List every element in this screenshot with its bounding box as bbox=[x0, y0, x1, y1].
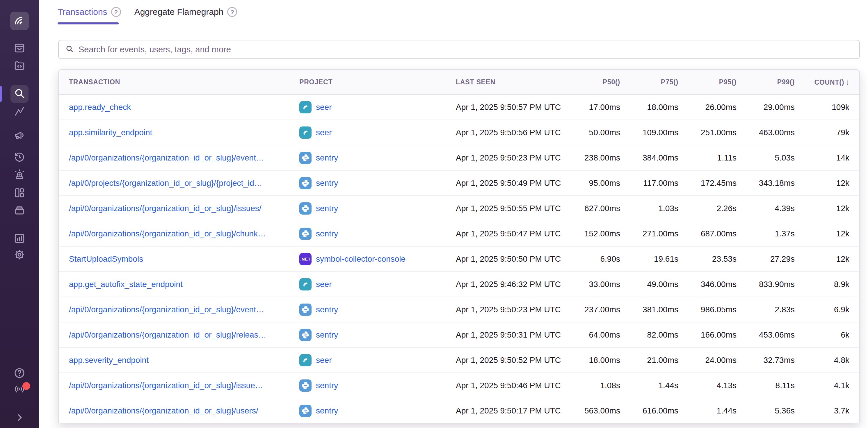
project-link[interactable]: sentry bbox=[299, 152, 456, 164]
p75-cell: 21.00ms bbox=[620, 356, 678, 365]
help-icon[interactable]: ? bbox=[227, 7, 237, 17]
sidebar bbox=[0, 0, 39, 428]
help-icon[interactable]: ? bbox=[111, 7, 121, 17]
seer-platform-icon bbox=[299, 101, 312, 113]
p75-cell: 271.00ms bbox=[620, 229, 678, 238]
sidebar-item-issues[interactable] bbox=[13, 42, 26, 55]
project-link[interactable]: .NET symbol-collector-console bbox=[299, 253, 456, 265]
python-platform-icon bbox=[299, 202, 312, 215]
transaction-link[interactable]: /api/0/organizations/{organization_id_or… bbox=[69, 229, 266, 238]
sidebar-item-explore[interactable] bbox=[10, 85, 29, 103]
alerts-siren-icon bbox=[13, 168, 26, 182]
org-logo-button[interactable] bbox=[10, 12, 29, 30]
tab-transactions[interactable]: Transactions ? bbox=[58, 7, 121, 25]
p95-cell: 1.44s bbox=[678, 406, 737, 416]
p95-cell: 1.11s bbox=[678, 153, 737, 163]
sidebar-item-stats[interactable] bbox=[13, 233, 26, 245]
notification-badge bbox=[22, 382, 30, 390]
table-row: app.get_autofix_state_endpoint seer Apr … bbox=[59, 272, 859, 297]
column-header-transaction[interactable]: TRANSACTION bbox=[69, 78, 299, 86]
transaction-link[interactable]: app.ready_check bbox=[69, 103, 131, 112]
p50-cell: 627.00ms bbox=[562, 204, 620, 213]
column-header-p75[interactable]: P75() bbox=[620, 78, 678, 86]
p75-cell: 1.44s bbox=[620, 381, 678, 390]
column-header-p50[interactable]: P50() bbox=[562, 78, 620, 86]
p99-cell: 2.83s bbox=[737, 305, 795, 314]
feedback-megaphone-icon bbox=[13, 129, 26, 143]
p75-cell: 82.00ms bbox=[620, 330, 678, 340]
sidebar-item-releases[interactable] bbox=[13, 204, 26, 217]
sidebar-item-projects[interactable] bbox=[13, 60, 26, 73]
transaction-link[interactable]: app.similarity_endpoint bbox=[69, 128, 152, 137]
sidebar-item-help[interactable] bbox=[13, 367, 26, 380]
tab-aggregate-flamegraph[interactable]: Aggregate Flamegraph ? bbox=[134, 7, 237, 25]
transaction-link[interactable]: StartUploadSymbols bbox=[69, 255, 143, 263]
explore-search-icon bbox=[13, 87, 26, 101]
last-seen-cell: Apr 1, 2025 9:50:47 PM UTC bbox=[456, 229, 562, 238]
python-platform-icon bbox=[299, 380, 312, 392]
p50-cell: 18.00ms bbox=[562, 356, 620, 365]
project-link[interactable]: sentry bbox=[299, 329, 456, 341]
transaction-link[interactable]: /api/0/projects/{organization_id_or_slug… bbox=[69, 178, 262, 188]
table-row: /api/0/organizations/{organization_id_or… bbox=[59, 373, 859, 398]
table-row: /api/0/organizations/{organization_id_or… bbox=[59, 398, 859, 423]
count-cell: 6k bbox=[795, 330, 849, 340]
main-content: Transactions ? Aggregate Flamegraph ? TR… bbox=[39, 0, 868, 428]
sidebar-item-dashboards[interactable] bbox=[13, 187, 26, 200]
project-link[interactable]: sentry bbox=[299, 177, 456, 189]
sidebar-item-replays[interactable] bbox=[13, 151, 26, 164]
help-question-icon bbox=[13, 367, 26, 381]
search-input[interactable] bbox=[79, 45, 853, 54]
p95-cell: 24.00ms bbox=[678, 356, 737, 365]
count-cell: 14k bbox=[795, 153, 849, 163]
p95-cell: 986.05ms bbox=[678, 305, 737, 314]
count-cell: 12k bbox=[795, 229, 849, 238]
count-cell: 109k bbox=[795, 103, 849, 112]
column-header-project[interactable]: PROJECT bbox=[299, 78, 456, 86]
last-seen-cell: Apr 1, 2025 9:46:32 PM UTC bbox=[456, 280, 562, 289]
table-row: /api/0/organizations/{organization_id_or… bbox=[59, 297, 859, 323]
sidebar-item-settings[interactable] bbox=[13, 249, 26, 262]
p95-cell: 4.13s bbox=[678, 381, 737, 390]
sort-desc-icon: ↓ bbox=[845, 78, 849, 86]
python-platform-icon bbox=[299, 329, 312, 341]
project-link[interactable]: seer bbox=[299, 127, 456, 139]
transaction-link[interactable]: /api/0/organizations/{organization_id_or… bbox=[69, 330, 267, 339]
column-header-p95[interactable]: P95() bbox=[678, 78, 737, 86]
p75-cell: 117.00ms bbox=[620, 178, 678, 188]
p99-cell: 27.29s bbox=[737, 255, 795, 264]
p50-cell: 17.00ms bbox=[562, 103, 620, 112]
p99-cell: 4.39s bbox=[737, 204, 795, 213]
column-header-count[interactable]: COUNT()↓ bbox=[795, 78, 849, 87]
project-link[interactable]: sentry bbox=[299, 303, 456, 316]
project-link[interactable]: seer bbox=[299, 278, 456, 291]
transaction-link[interactable]: /api/0/organizations/{organization_id_or… bbox=[69, 305, 264, 314]
project-link[interactable]: seer bbox=[299, 354, 456, 366]
transaction-link[interactable]: /api/0/organizations/{organization_id_or… bbox=[69, 204, 261, 213]
project-link[interactable]: seer bbox=[299, 101, 456, 113]
p99-cell: 453.06ms bbox=[737, 330, 795, 340]
count-cell: 4.8k bbox=[795, 356, 849, 365]
project-link[interactable]: sentry bbox=[299, 202, 456, 215]
transaction-link[interactable]: /api/0/organizations/{organization_id_or… bbox=[69, 381, 263, 390]
project-link[interactable]: sentry bbox=[299, 405, 456, 417]
sidebar-item-alerts[interactable] bbox=[13, 169, 26, 182]
transaction-link[interactable]: /api/0/organizations/{organization_id_or… bbox=[69, 153, 264, 162]
project-link[interactable]: sentry bbox=[299, 228, 456, 240]
transaction-link[interactable]: app.get_autofix_state_endpoint bbox=[69, 280, 183, 289]
project-link[interactable]: sentry bbox=[299, 380, 456, 392]
column-header-last-seen[interactable]: LAST SEEN bbox=[456, 78, 562, 86]
seer-platform-icon bbox=[299, 278, 312, 291]
sidebar-collapse-button[interactable] bbox=[13, 412, 26, 425]
column-header-p99[interactable]: P99() bbox=[737, 78, 795, 86]
sidebar-item-insights[interactable] bbox=[13, 105, 26, 118]
p99-cell: 5.36s bbox=[737, 406, 795, 416]
insights-trace-icon bbox=[13, 105, 26, 119]
p50-cell: 1.08s bbox=[562, 381, 620, 390]
sidebar-item-feedback[interactable] bbox=[13, 129, 26, 142]
projects-code-folder-icon bbox=[13, 59, 26, 73]
transaction-link[interactable]: /api/0/organizations/{organization_id_or… bbox=[69, 406, 258, 415]
transaction-link[interactable]: app.severity_endpoint bbox=[69, 356, 149, 365]
p99-cell: 833.90ms bbox=[737, 280, 795, 289]
sidebar-active-indicator bbox=[0, 86, 2, 102]
